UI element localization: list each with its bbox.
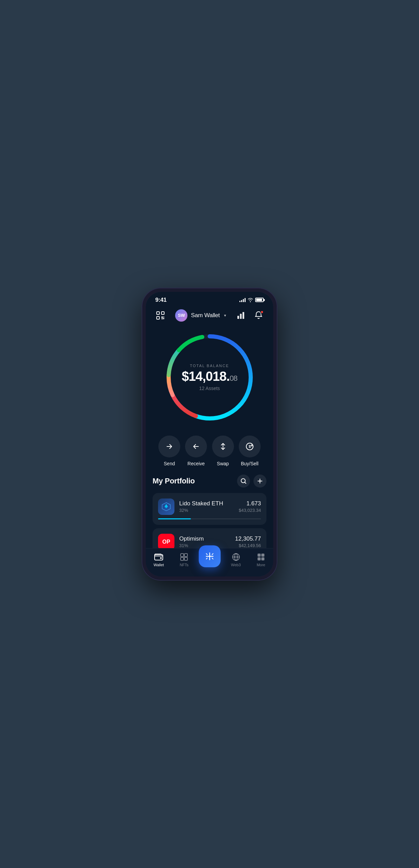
signal-icon [239,298,246,302]
svg-rect-2 [157,316,159,319]
wallet-icon [154,553,163,561]
quick-actions: Send Receive Swap [146,432,273,475]
balance-amount: $14,018.08 [175,370,244,383]
svg-rect-3 [161,316,163,318]
header-right [234,309,265,322]
portfolio-section: My Portfolio [146,475,273,548]
svg-rect-5 [163,318,165,319]
optimism-amount: 12,305.77 [235,535,261,542]
svg-rect-6 [161,318,163,319]
svg-rect-26 [184,557,187,560]
nav-more[interactable]: More [251,551,271,568]
svg-rect-29 [258,554,261,557]
portfolio-actions [237,475,266,488]
svg-text:OP: OP [162,539,170,545]
send-label: Send [164,461,175,466]
send-action: Send [158,436,180,466]
status-icons [239,298,264,302]
swap-button[interactable] [212,436,234,457]
web3-nav-label: Web3 [231,563,241,567]
nav-web3[interactable]: Web3 [225,551,246,568]
svg-text:$: $ [249,444,251,449]
receive-label: Receive [187,461,205,466]
buysell-button[interactable]: $ [239,436,261,457]
svg-rect-1 [161,312,164,314]
optimism-usd: $42,149.56 [235,543,261,548]
svg-rect-32 [261,557,264,560]
user-selector[interactable]: SW Sam Wallet ▾ [175,309,226,322]
portfolio-title: My Portfolio [153,477,195,485]
svg-point-18 [241,479,245,483]
svg-rect-21 [155,555,163,560]
receive-action: Receive [185,436,207,466]
asset-row: Lido Staked ETH 32% 1.673 $43,023.34 [158,498,261,515]
send-button[interactable] [158,436,180,457]
user-name: Sam Wallet [191,312,220,319]
svg-rect-4 [163,316,165,318]
svg-rect-31 [258,557,261,560]
battery-icon [255,298,264,302]
lido-icon [158,498,174,515]
svg-rect-22 [160,557,162,559]
phone-screen: 9:41 [146,292,273,576]
header: SW Sam Wallet ▾ [146,306,273,326]
svg-rect-7 [237,316,239,319]
nfts-nav-label: NFTs [180,563,188,567]
svg-rect-0 [157,312,159,314]
lido-progress-fill [158,518,191,519]
wifi-icon [248,298,253,302]
more-icon [257,553,265,561]
portfolio-header: My Portfolio [153,475,266,488]
balance-info: TOTAL BALANCE $14,018.08 12 Assets [175,364,244,391]
svg-rect-8 [240,314,242,319]
web3-icon [232,553,240,561]
buysell-label: Buy/Sell [241,461,258,466]
optimism-values: 12,305.77 $42,149.56 [235,535,261,548]
nfts-icon [180,553,188,561]
lido-progress-bar [158,518,261,519]
notch [189,292,230,303]
lido-values: 1.673 $43,023.34 [239,500,261,513]
phone-frame: 9:41 [142,288,277,580]
chart-icon-button[interactable] [234,309,247,322]
lido-name: Lido Staked ETH [179,500,234,507]
asset-count: 12 Assets [175,386,244,391]
asset-card-optimism[interactable]: OP Optimism 31% 12,305.77 $42,149.56 [153,528,266,548]
swap-action: Swap [212,436,234,466]
balance-section: TOTAL BALANCE $14,018.08 12 Assets [146,326,273,432]
user-avatar: SW [175,309,187,322]
lido-usd: $43,023.34 [239,508,261,513]
svg-rect-23 [181,554,184,557]
nav-nfts[interactable]: NFTs [174,551,194,568]
receive-button[interactable] [185,436,207,457]
nav-center-button[interactable] [199,545,221,567]
bottom-navigation: Wallet NFTs [146,548,273,576]
svg-rect-24 [184,554,187,557]
swap-label: Swap [217,461,229,466]
status-time: 9:41 [155,297,167,303]
portfolio-add-button[interactable] [253,475,266,488]
buysell-action: $ Buy/Sell [239,436,261,466]
optimism-name: Optimism [179,535,230,542]
lido-info: Lido Staked ETH 32% [179,500,234,513]
scan-icon-button[interactable] [154,309,167,322]
chevron-down-icon: ▾ [224,313,226,318]
asset-card-lido[interactable]: Lido Staked ETH 32% 1.673 $43,023.34 [153,493,266,525]
portfolio-search-button[interactable] [237,475,250,488]
nav-wallet[interactable]: Wallet [148,551,169,568]
lido-amount: 1.673 [239,500,261,507]
more-nav-label: More [257,563,265,567]
notification-badge [260,310,264,314]
optimism-icon: OP [158,534,174,548]
svg-rect-25 [181,557,184,560]
notification-button[interactable] [252,309,265,322]
balance-label: TOTAL BALANCE [175,364,244,368]
lido-percent: 32% [179,508,234,513]
wallet-nav-label: Wallet [154,563,164,567]
balance-circle: TOTAL BALANCE $14,018.08 12 Assets [162,329,258,425]
svg-rect-9 [243,312,244,319]
svg-rect-30 [261,554,264,557]
